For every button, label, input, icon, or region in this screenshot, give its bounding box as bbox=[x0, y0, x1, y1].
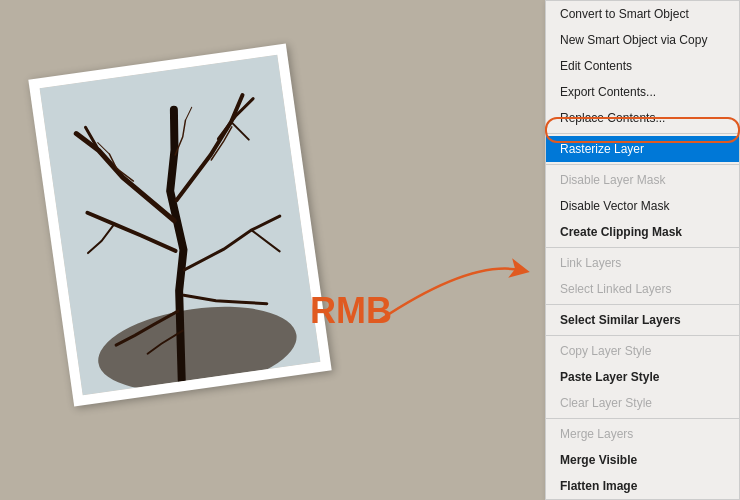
menu-item-disable-vector-mask[interactable]: Disable Vector Mask bbox=[546, 193, 739, 219]
menu-item-clear-layer-style: Clear Layer Style bbox=[546, 390, 739, 416]
menu-item-create-clipping-mask[interactable]: Create Clipping Mask bbox=[546, 219, 739, 245]
photo-frame bbox=[28, 44, 331, 407]
menu-item-merge-visible[interactable]: Merge Visible bbox=[546, 447, 739, 473]
menu-separator-11 bbox=[546, 247, 739, 248]
menu-separator-16 bbox=[546, 335, 739, 336]
menu-item-merge-layers: Merge Layers bbox=[546, 421, 739, 447]
menu-item-flatten-image[interactable]: Flatten Image bbox=[546, 473, 739, 499]
menu-separator-7 bbox=[546, 164, 739, 165]
rmb-label: RMB bbox=[310, 290, 392, 332]
menu-item-rasterize-layer[interactable]: Rasterize Layer bbox=[546, 136, 739, 162]
menu-item-link-layers: Link Layers bbox=[546, 250, 739, 276]
menu-item-export-contents[interactable]: Export Contents... bbox=[546, 79, 739, 105]
menu-item-select-similar-layers[interactable]: Select Similar Layers bbox=[546, 307, 739, 333]
context-menu: Convert to Smart ObjectNew Smart Object … bbox=[545, 0, 740, 500]
menu-item-select-linked-layers: Select Linked Layers bbox=[546, 276, 739, 302]
menu-item-edit-contents[interactable]: Edit Contents bbox=[546, 53, 739, 79]
menu-item-copy-layer-style: Copy Layer Style bbox=[546, 338, 739, 364]
menu-item-new-smart-object-copy[interactable]: New Smart Object via Copy bbox=[546, 27, 739, 53]
menu-item-replace-contents[interactable]: Replace Contents... bbox=[546, 105, 739, 131]
menu-separator-5 bbox=[546, 133, 739, 134]
menu-separator-20 bbox=[546, 418, 739, 419]
branches-image bbox=[40, 55, 321, 395]
menu-item-convert-smart-object[interactable]: Convert to Smart Object bbox=[546, 1, 739, 27]
photo-container bbox=[30, 40, 330, 420]
menu-separator-14 bbox=[546, 304, 739, 305]
menu-item-disable-layer-mask: Disable Layer Mask bbox=[546, 167, 739, 193]
menu-item-paste-layer-style[interactable]: Paste Layer Style bbox=[546, 364, 739, 390]
photo-inner bbox=[40, 55, 321, 395]
